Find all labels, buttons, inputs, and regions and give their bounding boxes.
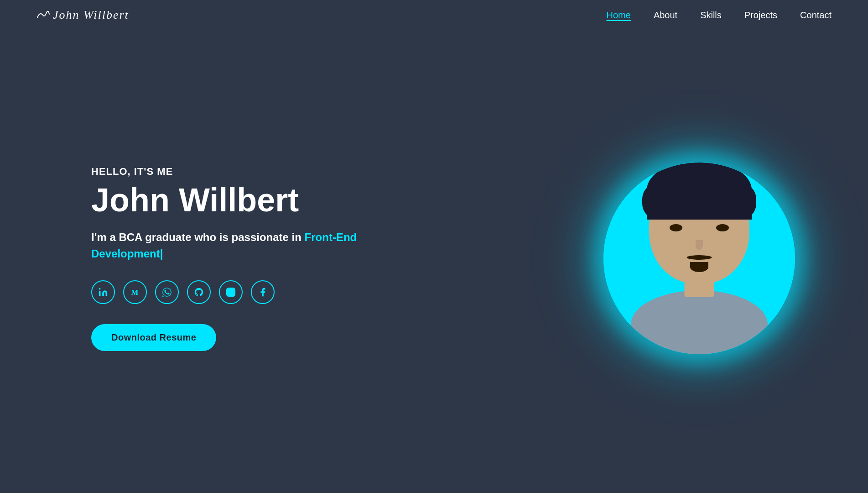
- profile-person: [603, 163, 795, 354]
- profile-circle: [603, 163, 795, 354]
- nav-link-contact[interactable]: Contact: [800, 10, 832, 20]
- nav-link-projects[interactable]: Projects: [744, 10, 777, 20]
- github-icon: [194, 287, 204, 297]
- nav-item-skills[interactable]: Skills: [700, 10, 722, 21]
- svg-rect-0: [99, 291, 101, 296]
- github-icon-button[interactable]: [187, 280, 211, 304]
- nav-links: Home About Skills Projects Contact: [607, 10, 832, 21]
- logo-icon: [36, 10, 50, 20]
- nav-link-skills[interactable]: Skills: [700, 10, 722, 20]
- whatsapp-icon: [162, 287, 172, 297]
- hero-description: I'm a BCA graduate who is passionate in …: [91, 229, 411, 262]
- facebook-icon: [258, 287, 268, 297]
- hero-image-block: [603, 163, 795, 354]
- facebook-icon-button[interactable]: [251, 280, 275, 304]
- hero-section: HELLO, IT'S ME John Willbert I'm a BCA g…: [0, 30, 868, 487]
- linkedin-icon-button[interactable]: [91, 280, 115, 304]
- navbar: John Willbert Home About Skills Projects…: [0, 0, 868, 30]
- nav-item-contact[interactable]: Contact: [800, 10, 832, 21]
- medium-icon: M: [130, 287, 140, 297]
- whatsapp-icon-button[interactable]: [155, 280, 179, 304]
- svg-text:M: M: [131, 288, 139, 297]
- nav-item-about[interactable]: About: [654, 10, 677, 21]
- hero-greeting: HELLO, IT'S ME: [91, 166, 411, 178]
- hero-text-block: HELLO, IT'S ME John Willbert I'm a BCA g…: [91, 166, 411, 351]
- nav-item-projects[interactable]: Projects: [744, 10, 777, 21]
- logo[interactable]: John Willbert: [36, 8, 129, 22]
- social-icons-row: M: [91, 280, 411, 304]
- medium-icon-button[interactable]: M: [123, 280, 147, 304]
- logo-text: John Willbert: [53, 8, 129, 22]
- instagram-icon-button[interactable]: [219, 280, 243, 304]
- nav-item-home[interactable]: Home: [607, 10, 631, 21]
- hero-desc-prefix: I'm a BCA graduate who is passionate in: [91, 231, 305, 243]
- linkedin-icon: [98, 287, 108, 297]
- instagram-icon: [226, 287, 236, 297]
- nav-link-about[interactable]: About: [654, 10, 677, 20]
- hero-name: John Willbert: [91, 182, 411, 218]
- download-resume-button[interactable]: Download Resume: [91, 324, 216, 351]
- nav-link-home[interactable]: Home: [607, 10, 631, 20]
- svg-point-1: [99, 288, 101, 290]
